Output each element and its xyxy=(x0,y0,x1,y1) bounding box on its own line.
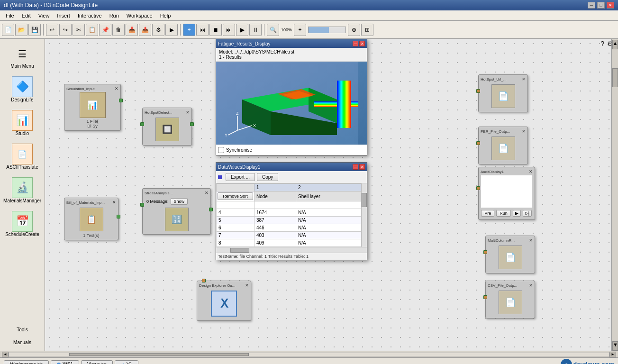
multi-column-node[interactable]: MultiColumnR... ✕ 📄 xyxy=(485,236,535,273)
views-btn[interactable]: Views >> xyxy=(81,360,113,364)
hotspot-detect-left-port xyxy=(140,122,144,126)
menu-interactive[interactable]: Interactive xyxy=(74,12,106,19)
menu-insert[interactable]: Insert xyxy=(53,12,74,19)
redo-button[interactable]: ↪ xyxy=(59,24,72,36)
delete-button[interactable]: 🗑 xyxy=(112,24,125,36)
zoom-plus-button[interactable]: ⊕ xyxy=(348,24,360,36)
per-file-output-node[interactable]: PER_File_Outp... ✕ 📄 xyxy=(478,127,528,164)
copy-button-dv[interactable]: Copy xyxy=(257,173,278,181)
col-1-num: 1 xyxy=(254,184,296,191)
stress-show-btn[interactable]: Show xyxy=(171,198,188,205)
frame-fwd-button[interactable]: ⏭ xyxy=(223,24,235,36)
datavalues-close-btn[interactable]: ✕ xyxy=(359,164,365,170)
export-button[interactable]: Export ... xyxy=(226,173,255,181)
audit-pre-btn[interactable]: Pre xyxy=(481,210,494,217)
canvas-scroll-thumb[interactable] xyxy=(612,68,618,87)
scroll-left-btn[interactable]: ◄ xyxy=(2,352,9,357)
design-explorer-node[interactable]: Design Explorer Ou... ✕ Ⅹ xyxy=(197,281,251,321)
datavalues-window[interactable]: DataValuesDisplay1 ─ ✕ Export ... Copy xyxy=(216,162,367,260)
simulation-input-node[interactable]: Simulation_Input ✕ 📊 1 File( Di Sy xyxy=(64,84,121,131)
sidebar-item-ascii[interactable]: 📄 ASCIITranslate xyxy=(2,142,43,172)
save-button[interactable]: 💾 xyxy=(28,24,41,36)
workspaces-btn[interactable]: Workspaces >> xyxy=(4,360,49,364)
menu-view[interactable]: View xyxy=(35,12,54,19)
zoom-out-button[interactable]: 🔍 xyxy=(267,24,279,36)
cut-button[interactable]: ✂ xyxy=(73,24,85,36)
undo-button[interactable]: ↩ xyxy=(46,24,58,36)
fatigue-minimize-btn[interactable]: ─ xyxy=(353,41,358,46)
pause-button[interactable]: ⏸ xyxy=(249,24,262,36)
sidebar-label-designlife: DesignLife xyxy=(11,97,33,102)
hotspot-url-node[interactable]: HotSpot_Url_... ✕ 📄 xyxy=(478,74,528,112)
audit-play-btn[interactable]: ▶ xyxy=(513,210,521,217)
settings-button[interactable]: ⚙ xyxy=(152,24,164,36)
multi-column-title: MultiColumnR... ✕ xyxy=(488,238,533,243)
datavalues-toolbar: Export ... Copy xyxy=(216,171,367,183)
maximize-button[interactable]: □ xyxy=(597,2,605,9)
menu-edit[interactable]: Edit xyxy=(18,12,35,19)
audit-more-btn[interactable]: ▷| xyxy=(523,210,532,217)
grid-button[interactable]: ⊞ xyxy=(361,24,373,36)
main-menu-icon: ☰ xyxy=(13,45,32,64)
add-button[interactable]: + xyxy=(183,24,195,36)
menu-bar: File Edit View Insert Interactive Run Wo… xyxy=(0,10,618,21)
v1-tab[interactable]: ⊿ V1 xyxy=(115,360,138,364)
canvas-scroll-thumb-down[interactable]: ▼ xyxy=(612,341,618,351)
table-scrollbar-v[interactable] xyxy=(361,183,367,247)
hotspot-detect-node[interactable]: HotSpotDetect... ✕ 🔲 xyxy=(142,108,192,146)
remove-sort-btn[interactable]: Remove Sort xyxy=(218,192,253,200)
sidebar-item-materials[interactable]: 🔬 MaterialsManager xyxy=(2,175,43,205)
import-button[interactable]: 📥 xyxy=(126,24,138,36)
sidebar-item-designlife[interactable]: 🔷 DesignLife xyxy=(2,74,43,104)
row-na-2: N/A xyxy=(296,217,367,224)
bill-materials-node[interactable]: Bill_of_Materials_Inp... ✕ 📋 1 Test(s) xyxy=(64,198,118,240)
h-scroll-thumb[interactable] xyxy=(69,353,249,356)
menu-file[interactable]: File xyxy=(2,12,18,19)
new-button[interactable]: 📄 xyxy=(2,24,14,36)
play-button[interactable]: ▶ xyxy=(236,24,248,36)
audit-run-btn[interactable]: Run xyxy=(496,210,511,217)
stress-analysis-node[interactable]: StressAnalysis... ✕ 0 Message: Show 🔢 xyxy=(142,188,211,235)
svg-text:Y: Y xyxy=(225,133,227,137)
h-scroll-track[interactable] xyxy=(9,353,609,356)
menu-workspace[interactable]: Workspace xyxy=(123,12,156,19)
prev-button[interactable]: ⏮ xyxy=(196,24,209,36)
table-row: 5 387 N/A xyxy=(217,217,367,224)
csv-file-output-node[interactable]: CSV_File_Outp... ✕ 📄 xyxy=(485,281,535,318)
scroll-right-btn[interactable]: ► xyxy=(609,352,616,357)
horizontal-scrollbar[interactable]: ◄ ► xyxy=(0,351,618,357)
audit-display-node[interactable]: AuditDisplay1 ✕ Pre Run ▶ ▷| xyxy=(478,167,535,220)
sidebar-item-manuals[interactable]: Manuals xyxy=(2,338,43,347)
stop-button[interactable]: ⏹ xyxy=(209,24,222,36)
canvas-area[interactable]: Simulation_Input ✕ 📊 1 File( Di Sy HotSp… xyxy=(45,39,618,351)
close-button[interactable]: ✕ xyxy=(607,2,614,9)
fatigue-close-btn[interactable]: ✕ xyxy=(359,41,365,46)
scrollbar-thumb[interactable] xyxy=(362,193,367,207)
sidebar-item-tools[interactable]: Tools xyxy=(2,325,43,334)
export-button[interactable]: 📤 xyxy=(139,24,151,36)
svg-rect-13 xyxy=(314,101,358,107)
canvas-scrollbar-v[interactable]: ▲ ▼ xyxy=(611,39,618,351)
datavalues-minimize-btn[interactable]: ─ xyxy=(353,164,358,170)
copy-button[interactable]: 📋 xyxy=(86,24,98,36)
menu-help[interactable]: Help xyxy=(156,12,175,19)
menu-run[interactable]: Run xyxy=(106,12,123,19)
table-scrollbar-h[interactable] xyxy=(216,247,367,253)
open-button[interactable]: 📂 xyxy=(15,24,27,36)
sidebar-item-schedule[interactable]: 📅 ScheduleCreate xyxy=(2,209,43,239)
fatigue-model-info: Model: ..\..\..\dp0\SYS\MECH\file.rst 1 … xyxy=(216,48,367,62)
paste-button[interactable]: 📌 xyxy=(99,24,111,36)
design-explorer-icon: Ⅹ xyxy=(211,291,237,317)
fatigue-window[interactable]: Fatigue_Results_Display ─ ✕ Model: ..\..… xyxy=(216,39,367,155)
ws1-tab[interactable]: WS1 xyxy=(51,360,79,364)
canvas-scroll-thumb-up[interactable]: ▲ xyxy=(612,40,618,49)
canvas-help-icon[interactable]: ? xyxy=(600,40,604,47)
synchronise-checkbox[interactable] xyxy=(218,147,224,153)
sidebar-item-main-menu[interactable]: ☰ Main Menu xyxy=(2,43,43,71)
h-scrollbar-thumb[interactable] xyxy=(230,248,249,253)
zoom-in-button[interactable]: + xyxy=(294,24,306,36)
minimize-button[interactable]: ─ xyxy=(588,2,595,9)
zoom-slider[interactable] xyxy=(308,27,346,33)
sidebar-item-studio[interactable]: 📊 Studio xyxy=(2,108,43,138)
run-button-2[interactable]: ▶ xyxy=(165,24,178,36)
